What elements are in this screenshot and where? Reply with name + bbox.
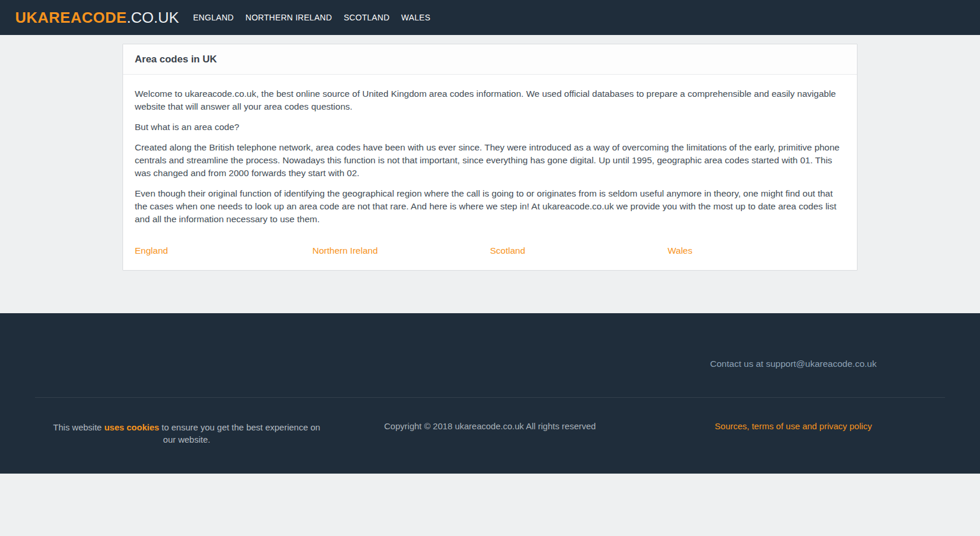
area-codes-card: Area codes in UK Welcome to ukareacode.c… (123, 44, 858, 271)
cookies-link[interactable]: uses cookies (104, 422, 159, 432)
nav-item-england[interactable]: ENGLAND (192, 9, 235, 26)
page-main: Area codes in UK Welcome to ukareacode.c… (0, 44, 980, 271)
legal-column: Sources, terms of use and privacy policy (642, 421, 945, 446)
cookies-notice-suffix: to ensure you get the best experience on… (159, 422, 320, 444)
legal-link[interactable]: Sources, terms of use and privacy policy (715, 421, 872, 431)
region-link-scotland[interactable]: Scotland (490, 244, 668, 257)
copyright-column: Copyright © 2018 ukareacode.co.uk All ri… (338, 421, 642, 446)
region-link-northern-ireland[interactable]: Northern Ireland (313, 244, 491, 257)
logo-primary-text: UKAREACODE (15, 9, 127, 26)
site-logo[interactable]: UKAREACODE.CO.UK (15, 9, 179, 27)
footer-container: Contact us at support@ukareacode.co.uk T… (35, 359, 945, 446)
main-nav: ENGLAND NORTHERN IRELAND SCOTLAND WALES (192, 9, 432, 26)
footer-bottom-row: This website uses cookies to ensure you … (35, 398, 945, 446)
purpose-paragraph: Even though their original function of i… (135, 187, 845, 226)
history-paragraph: Created along the British telephone netw… (135, 141, 845, 180)
logo-secondary-text: .CO.UK (127, 9, 179, 26)
question-paragraph: But what is an area code? (135, 121, 845, 134)
site-footer: Contact us at support@ukareacode.co.uk T… (0, 313, 980, 474)
card-title: Area codes in UK (123, 44, 857, 75)
site-header: UKAREACODE.CO.UK ENGLAND NORTHERN IRELAN… (0, 0, 980, 35)
cookies-notice: This website uses cookies to ensure you … (50, 421, 324, 446)
cookies-notice-prefix: This website (53, 422, 104, 432)
contact-text: Contact us at support@ukareacode.co.uk (642, 359, 945, 369)
intro-paragraph: Welcome to ukareacode.co.uk, the best on… (135, 87, 845, 113)
cookies-column: This website uses cookies to ensure you … (35, 421, 338, 446)
region-links-row: England Northern Ireland Scotland Wales (135, 244, 845, 258)
region-link-england[interactable]: England (135, 244, 313, 257)
nav-item-northern-ireland[interactable]: NORTHERN IRELAND (244, 9, 333, 26)
copyright-text: Copyright © 2018 ukareacode.co.uk All ri… (384, 421, 596, 431)
region-link-wales[interactable]: Wales (668, 244, 846, 257)
card-body: Welcome to ukareacode.co.uk, the best on… (123, 75, 857, 270)
nav-item-wales[interactable]: WALES (400, 9, 432, 26)
footer-contact-row: Contact us at support@ukareacode.co.uk (35, 359, 945, 369)
nav-item-scotland[interactable]: SCOTLAND (342, 9, 391, 26)
